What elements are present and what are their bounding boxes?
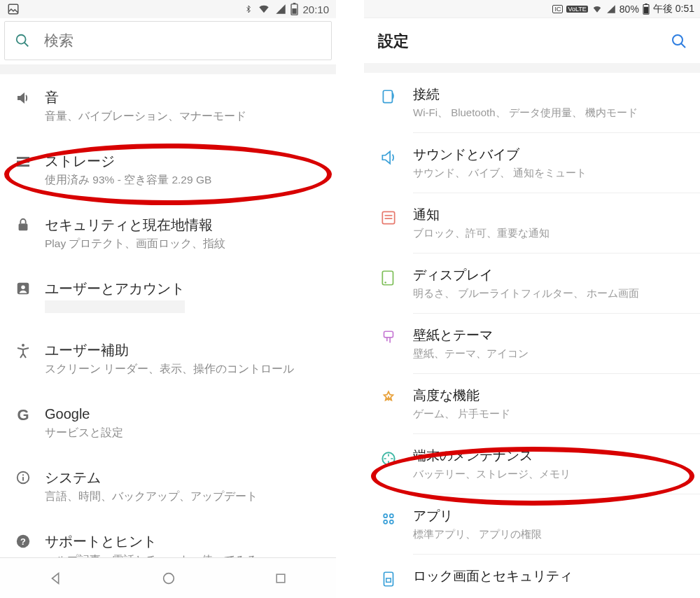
svg-point-14 [22, 474, 24, 475]
settings-item-connections[interactable]: 接続 Wi-Fi、 Bluetooth、 データ使用量、 機内モード [364, 73, 700, 132]
signal-icon [275, 4, 286, 15]
item-title: ディスプレイ [413, 266, 690, 284]
settings-item-lockscreen[interactable]: ロック画面とセキュリティ [364, 555, 700, 598]
item-title: ユーザーとアカウント [45, 279, 325, 298]
svg-point-12 [22, 344, 24, 347]
notifications-icon [374, 206, 403, 227]
item-title: セキュリティと現在地情報 [45, 216, 325, 235]
svg-point-38 [390, 520, 393, 524]
svg-rect-3 [293, 8, 297, 14]
lockscreen-icon [374, 567, 403, 588]
settings-item-display[interactable]: ディスプレイ 明るさ、 ブルーライトフィルター、 ホーム画面 [364, 253, 700, 313]
item-title: ストレージ [45, 152, 325, 171]
settings-item-security[interactable]: セキュリティと現在地情報 Play プロテクト、画面ロック、指紋 [0, 202, 336, 265]
item-sub: 壁紙、テーマ、アイコン [413, 347, 690, 361]
item-title: アプリ [413, 507, 690, 525]
wifi-icon [257, 4, 271, 15]
svg-point-36 [390, 514, 393, 517]
search-placeholder: 検索 [44, 31, 74, 50]
search-button[interactable] [671, 33, 687, 50]
settings-item-accessibility[interactable]: ユーザー補助 スクリーン リーダー、表示、操作のコントロール [0, 327, 336, 391]
item-sub [45, 300, 185, 313]
svg-line-5 [24, 43, 29, 47]
settings-item-system[interactable]: システム 言語、時間、バックアップ、アップデート [0, 454, 336, 518]
svg-rect-8 [17, 165, 29, 167]
info-icon [8, 468, 38, 485]
item-sub: サウンド、 バイブ、 通知をミュート [413, 167, 690, 180]
settings-item-storage[interactable]: ストレージ 使用済み 93% - 空き容量 2.29 GB [0, 138, 336, 202]
item-title: システム [45, 468, 325, 487]
nav-home[interactable] [161, 571, 176, 586]
maintenance-icon [374, 447, 403, 468]
item-sub: 言語、時間、バックアップ、アップデート [45, 489, 325, 504]
search-bar[interactable]: 検索 [4, 21, 332, 60]
lock-icon [8, 216, 38, 232]
ic-icon: IC [552, 5, 563, 13]
settings-item-maintenance[interactable]: 端末のメンテナンス バッテリー、ストレージ、メモリ [364, 434, 700, 494]
item-title: 通知 [413, 206, 690, 224]
sound-icon [8, 88, 38, 106]
svg-point-11 [21, 285, 25, 289]
svg-point-23 [673, 35, 682, 45]
status-time: 午後 0:51 [653, 3, 694, 15]
item-sub: ブロック、許可、重要な通知 [413, 227, 690, 240]
settings-item-sound[interactable]: 音 音量、バイブレーション、マナーモード [0, 74, 336, 138]
settings-list: 接続 Wi-Fi、 Bluetooth、 データ使用量、 機内モード サウンドと… [364, 73, 700, 598]
signal-icon [606, 4, 616, 14]
settings-item-wallpapers[interactable]: 壁紙とテーマ 壁紙、テーマ、アイコン [364, 314, 700, 373]
svg-point-37 [384, 520, 387, 524]
svg-rect-19 [276, 574, 285, 583]
item-title: 壁紙とテーマ [413, 326, 690, 345]
item-sub: 使用済み 93% - 空き容量 2.29 GB [45, 173, 325, 188]
accessibility-icon [8, 341, 38, 359]
google-icon: G [8, 405, 38, 424]
right-phone: IC VoLTE 80% 午後 0:51 設定 接続 Wi-Fi、 Blueto… [364, 0, 700, 598]
battery-pct: 80% [620, 4, 639, 15]
nav-back[interactable] [48, 571, 64, 586]
svg-rect-7 [17, 160, 29, 162]
advanced-icon [374, 387, 403, 408]
item-title: サポートとヒント [45, 532, 325, 551]
settings-header: 設定 [364, 18, 700, 63]
item-sub: サービスと設定 [45, 426, 325, 440]
svg-rect-39 [384, 572, 393, 586]
settings-item-apps[interactable]: アプリ 標準アプリ、 アプリの権限 [364, 494, 700, 554]
svg-rect-2 [293, 3, 296, 4]
svg-rect-25 [383, 90, 392, 102]
item-title: サウンドとバイブ [413, 146, 690, 164]
bluetooth-icon [244, 3, 253, 15]
svg-point-4 [17, 35, 26, 44]
item-title: 端末のメンテナンス [413, 447, 690, 465]
item-title: 音 [45, 88, 325, 107]
status-time: 20:10 [302, 4, 329, 15]
item-sub: 音量、バイブレーション、マナーモード [45, 109, 325, 124]
settings-item-notifications[interactable]: 通知 ブロック、許可、重要な通知 [364, 193, 700, 253]
page-title: 設定 [378, 31, 409, 52]
search-icon [15, 33, 30, 48]
svg-rect-6 [17, 157, 29, 159]
volte-icon: VoLTE [566, 6, 587, 13]
item-sub: Play プロテクト、画面ロック、指紋 [45, 237, 325, 251]
wifi-icon [592, 4, 603, 14]
svg-rect-31 [384, 331, 393, 338]
item-sub: スクリーン リーダー、表示、操作のコントロール [45, 362, 325, 377]
status-bar: 20:10 [0, 0, 336, 18]
storage-icon [8, 152, 38, 170]
svg-point-18 [164, 573, 174, 583]
svg-rect-9 [19, 223, 28, 230]
item-sub: 標準アプリ、 アプリの権限 [413, 528, 690, 541]
svg-point-30 [384, 281, 386, 284]
settings-item-advanced[interactable]: 高度な機能 ゲーム、 片手モード [364, 374, 700, 433]
svg-rect-29 [382, 271, 393, 285]
settings-item-sounds[interactable]: サウンドとバイブ サウンド、 バイブ、 通知をミュート [364, 133, 700, 193]
item-sub: バッテリー、ストレージ、メモリ [413, 468, 690, 481]
svg-line-24 [681, 43, 685, 48]
nav-recent[interactable] [274, 571, 288, 585]
settings-item-google[interactable]: G Google サービスと設定 [0, 391, 336, 454]
divider [0, 64, 336, 74]
help-icon: ? [8, 532, 38, 549]
item-sub: Wi-Fi、 Bluetooth、 データ使用量、 機内モード [413, 106, 690, 120]
settings-list: 音 音量、バイブレーション、マナーモード ストレージ 使用済み 93% - 空き… [0, 74, 336, 581]
account-icon [8, 279, 38, 296]
settings-item-accounts[interactable]: ユーザーとアカウント [0, 265, 336, 327]
